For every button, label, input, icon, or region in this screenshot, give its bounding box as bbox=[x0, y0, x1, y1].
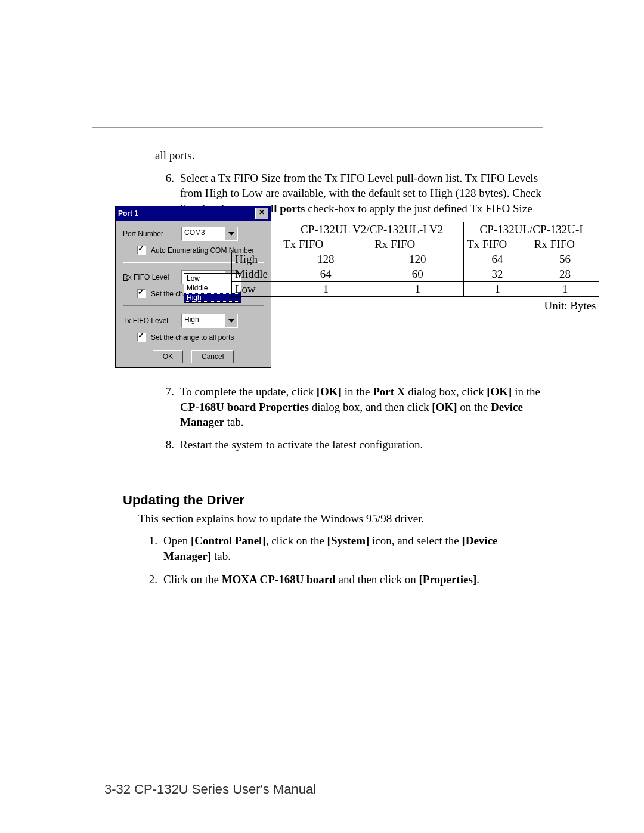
port-number-label: Port Number bbox=[123, 230, 177, 238]
unit-label: Unit: Bytes bbox=[232, 297, 599, 314]
set-change-tx-label: Set the change to all ports bbox=[151, 333, 234, 342]
dialog-title: Port 1 bbox=[118, 209, 138, 218]
set-change-tx-checkbox[interactable] bbox=[137, 333, 146, 342]
step8-text: Restart the system to activate the lates… bbox=[180, 437, 541, 453]
fifo-table: CP-132UL V2/CP-132UL-I V2 CP-132UL/CP-13… bbox=[231, 222, 599, 313]
step7-num: 7. bbox=[155, 384, 180, 430]
update-step1-num: 1. bbox=[138, 533, 163, 565]
header-rule bbox=[92, 127, 543, 128]
tx-fifo-select[interactable]: High bbox=[181, 314, 238, 328]
chevron-down-icon[interactable] bbox=[225, 314, 237, 327]
col-group-2: CP-132UL/CP-132U-I bbox=[464, 222, 599, 237]
heading-updating-driver: Updating the Driver bbox=[123, 493, 244, 508]
auto-enum-checkbox[interactable] bbox=[137, 246, 146, 255]
ok-button[interactable]: OK bbox=[153, 350, 183, 363]
page-footer: 3-32 CP-132U Series User's Manual bbox=[104, 782, 316, 797]
close-icon[interactable]: ✕ bbox=[255, 208, 268, 219]
cancel-button[interactable]: Cancel bbox=[191, 350, 234, 363]
tx-fifo-label: Tx FIFO Level bbox=[123, 317, 177, 325]
update-step2-text: Click on the MOXA CP-168U board and then… bbox=[163, 572, 541, 588]
step7-text: To complete the update, click [OK] in th… bbox=[180, 384, 541, 430]
step8-num: 8. bbox=[155, 437, 180, 453]
section-intro: This section explains how to update the … bbox=[138, 511, 541, 527]
update-step1-text: Open [Control Panel], click on the [Syst… bbox=[163, 533, 541, 565]
port-number-select[interactable]: COM3 bbox=[181, 227, 238, 241]
rx-fifo-label: Rx FIFO Level bbox=[123, 273, 177, 281]
intro-text: all ports. bbox=[155, 148, 541, 163]
col-group-1: CP-132UL V2/CP-132UL-I V2 bbox=[280, 222, 464, 237]
update-step2-num: 2. bbox=[138, 572, 163, 588]
set-change-rx-checkbox[interactable] bbox=[137, 289, 146, 298]
